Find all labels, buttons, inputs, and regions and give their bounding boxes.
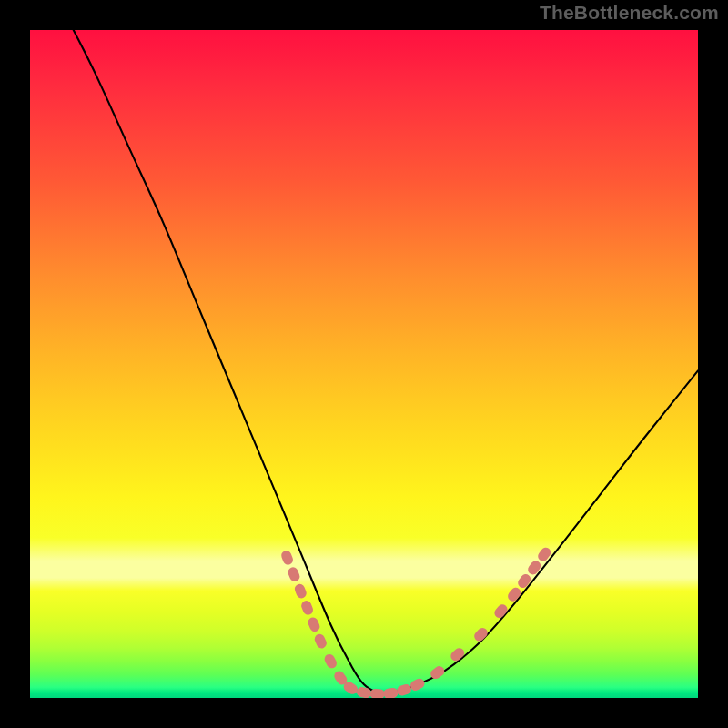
- highlight-dot: [313, 632, 329, 650]
- highlight-dot: [323, 652, 339, 670]
- watermark-text: TheBottleneck.com: [540, 2, 719, 24]
- chart-svg: [30, 30, 698, 698]
- highlight-dot: [383, 687, 399, 698]
- highlight-dots: [280, 545, 553, 698]
- highlight-dot: [300, 599, 315, 616]
- highlight-dot: [449, 646, 466, 663]
- highlight-dot: [396, 682, 413, 696]
- highlight-dot: [492, 602, 510, 620]
- highlight-dot: [370, 689, 385, 698]
- highlight-dot: [287, 566, 301, 583]
- chart-frame: TheBottleneck.com: [0, 0, 728, 728]
- highlight-dot: [293, 582, 308, 600]
- highlight-dot: [280, 549, 295, 566]
- highlight-dot: [536, 545, 552, 562]
- left-curve: [74, 30, 381, 694]
- right-curve: [380, 370, 698, 694]
- highlight-dot: [472, 626, 490, 643]
- highlight-dot: [526, 559, 542, 576]
- highlight-dot: [307, 616, 321, 633]
- highlight-dot: [409, 677, 426, 693]
- plot-area: [30, 30, 698, 698]
- highlight-dot: [506, 586, 523, 603]
- highlight-dot: [516, 572, 532, 590]
